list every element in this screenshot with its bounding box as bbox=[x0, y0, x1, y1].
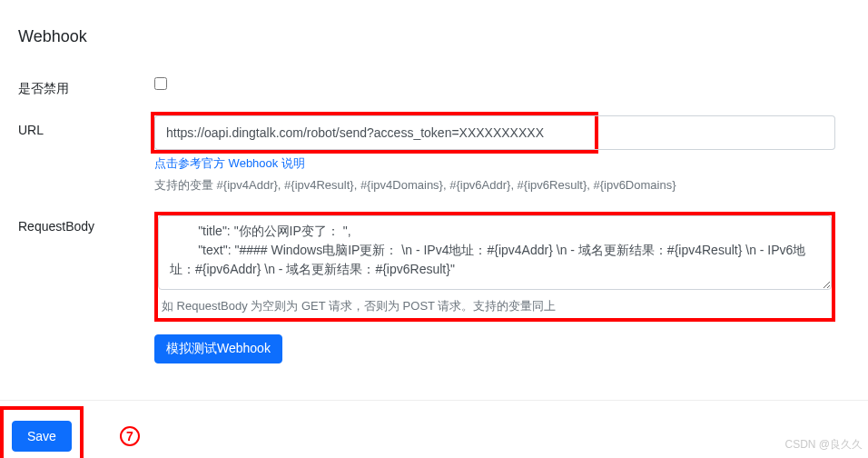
body-help-text: 如 RequestBody 为空则为 GET 请求，否则为 POST 请求。支持… bbox=[158, 298, 832, 318]
url-label: URL bbox=[18, 115, 154, 137]
test-webhook-button[interactable]: 模拟测试Webhook bbox=[154, 334, 282, 363]
url-input-extra[interactable] bbox=[595, 115, 835, 150]
save-button[interactable]: Save bbox=[12, 421, 72, 452]
annotation-step-marker: 7 bbox=[120, 426, 140, 446]
url-input[interactable] bbox=[154, 115, 595, 150]
section-title: Webhook bbox=[18, 27, 850, 46]
body-textarea[interactable] bbox=[158, 215, 832, 290]
body-label: RequestBody bbox=[18, 212, 154, 234]
webhook-doc-link[interactable]: 点击参考官方 Webhook 说明 bbox=[154, 156, 305, 170]
disable-label: 是否禁用 bbox=[18, 74, 154, 97]
watermark: CSDN @良久久 bbox=[784, 437, 863, 453]
disable-checkbox[interactable] bbox=[154, 77, 167, 90]
url-help-text: 支持的变量 #{ipv4Addr}, #{ipv4Result}, #{ipv4… bbox=[154, 177, 835, 194]
